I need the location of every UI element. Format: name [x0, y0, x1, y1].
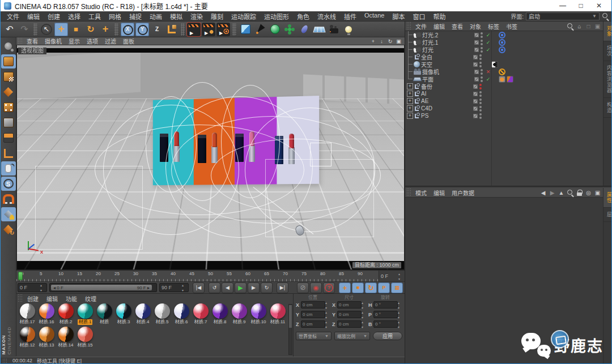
play-button[interactable]: ▶ — [235, 282, 246, 293]
material-preview-sphere[interactable] — [116, 303, 131, 319]
material-item[interactable]: 材质.1 — [75, 303, 95, 326]
layer-chip[interactable] — [474, 48, 479, 52]
lock-workplane-icon[interactable] — [1, 207, 16, 221]
menu-item[interactable]: Octane — [360, 12, 388, 21]
model-mode-icon[interactable] — [1, 54, 16, 68]
key-scale-button[interactable]: ■ — [352, 282, 364, 293]
spline-pen-icon[interactable] — [253, 23, 267, 36]
expand-toggle-icon[interactable] — [407, 76, 413, 82]
material-item[interactable]: 材质.9 — [230, 303, 249, 326]
material-item[interactable]: 材质.16 — [37, 303, 56, 326]
material-item[interactable]: 材质.5 — [152, 303, 172, 326]
previous-frame-button[interactable]: ◀ — [222, 282, 233, 293]
manager-tab[interactable]: 属性 — [604, 188, 612, 208]
material-preview-sphere[interactable] — [20, 303, 35, 319]
axis-mode-icon[interactable] — [1, 146, 16, 160]
grip-handle[interactable] — [18, 37, 22, 45]
live-selection-icon[interactable]: ↖ — [40, 23, 53, 36]
layer-chip[interactable] — [473, 84, 478, 89]
material-preview-sphere[interactable] — [155, 303, 170, 319]
home-icon[interactable]: ⌂ — [576, 23, 583, 30]
enable-toggle[interactable]: ✓ — [485, 76, 491, 82]
stepper-icon[interactable] — [182, 285, 186, 290]
key-rotation-button[interactable]: ↻ — [365, 282, 377, 293]
material-item[interactable]: 材质.11 — [268, 303, 287, 326]
menu-item[interactable]: 工具 — [84, 12, 105, 21]
object-menu-item[interactable]: 标签 — [484, 22, 503, 31]
attribute-menu-item[interactable]: 用户数据 — [448, 189, 478, 197]
material-preview-sphere[interactable] — [232, 303, 247, 319]
subdivision-surface-icon[interactable] — [268, 23, 282, 36]
menu-item[interactable]: 脚本 — [388, 12, 409, 21]
stepper-icon[interactable] — [325, 322, 330, 327]
material-item[interactable]: 材质.12 — [18, 327, 37, 349]
visibility-dots[interactable] — [479, 106, 482, 112]
object-row[interactable]: + AE — [405, 97, 603, 105]
object-name[interactable]: AI — [421, 91, 473, 97]
viewport-menu-item[interactable]: 查看 — [23, 37, 41, 45]
visibility-dots[interactable] — [481, 69, 483, 75]
attribute-menu-item[interactable]: 编辑 — [430, 189, 448, 197]
material-preview-sphere[interactable] — [78, 303, 93, 319]
value-input[interactable]: 0 cm — [337, 301, 362, 309]
edges-mode-icon[interactable] — [1, 115, 16, 130]
grip-handle[interactable] — [406, 22, 411, 31]
viewport-canvas[interactable]: 透视视图 目标距离 : 1000 cm X — [17, 45, 404, 269]
goto-end-button[interactable]: ▶| — [277, 282, 288, 293]
material-item[interactable]: 材质.3 — [114, 303, 133, 326]
material-item[interactable]: 材质.13 — [37, 327, 56, 349]
visibility-dots[interactable] — [481, 76, 483, 82]
pan-view-icon[interactable]: + — [369, 38, 377, 44]
visibility-dots[interactable] — [481, 40, 483, 45]
stepper-icon[interactable] — [40, 285, 45, 290]
rotate-tool-icon[interactable]: ↻ — [84, 23, 97, 36]
object-tag-icon[interactable] — [507, 76, 513, 83]
expand-toggle-icon[interactable]: + — [407, 98, 413, 104]
viewport-menu-item[interactable]: 显示 — [65, 37, 83, 45]
lock-y-axis-icon[interactable]: Y — [135, 23, 149, 36]
timeline-ruler[interactable]: 051015202530354045505560657075808590 0 F — [16, 270, 405, 281]
material-preview-sphere[interactable] — [212, 303, 228, 319]
menu-item[interactable]: 插件 — [340, 12, 360, 21]
material-preview-sphere[interactable] — [193, 303, 209, 319]
layer-chip[interactable] — [473, 99, 478, 104]
viewport[interactable]: 查看摄像机显示选项过滤面板 +↓↻▣ — [16, 37, 405, 270]
object-tag-icon[interactable] — [499, 76, 505, 83]
material-preview-sphere[interactable] — [58, 327, 74, 342]
object-tag-icon[interactable] — [499, 39, 505, 46]
material-preview-sphere[interactable] — [97, 303, 112, 319]
frame-spinner[interactable]: 0 F — [379, 271, 405, 281]
stepper-icon[interactable] — [398, 273, 403, 279]
stepper-icon[interactable] — [362, 302, 366, 308]
planar-workplane-icon[interactable] — [1, 222, 16, 237]
end-frame-field[interactable]: 90 F — [159, 283, 189, 292]
material-preview-sphere[interactable] — [58, 303, 74, 319]
menu-item[interactable]: 运动跟踪 — [227, 12, 260, 21]
visibility-dots[interactable] — [481, 47, 483, 53]
object-menu-item[interactable]: 编辑 — [430, 22, 448, 31]
autokey-button[interactable]: ◉ — [310, 282, 322, 293]
light-icon[interactable] — [342, 23, 355, 36]
menu-item[interactable]: 创建 — [44, 12, 64, 21]
stepper-icon[interactable] — [398, 322, 402, 327]
object-menu-item[interactable]: 查看 — [448, 22, 466, 31]
last-used-tool-icon[interactable]: + — [99, 23, 112, 36]
deformer-icon[interactable] — [298, 23, 311, 36]
camera-icon[interactable] — [327, 23, 341, 36]
polygons-mode-icon[interactable] — [1, 131, 16, 145]
minimize-panel-icon[interactable]: □ — [585, 23, 592, 30]
menu-item[interactable]: 文件 — [3, 12, 23, 21]
visibility-dots[interactable] — [481, 32, 483, 38]
layer-chip[interactable] — [473, 55, 478, 59]
viewport-menu-item[interactable]: 摄像机 — [41, 37, 65, 45]
up-icon[interactable]: ▲ — [558, 189, 565, 196]
visibility-dots[interactable] — [479, 54, 482, 60]
menu-item[interactable]: 渲染 — [186, 12, 207, 21]
menu-item[interactable]: 流水线 — [313, 12, 340, 21]
manager-tab[interactable]: 层 — [604, 208, 612, 222]
scrollbar[interactable] — [288, 304, 292, 355]
forward-icon[interactable]: ▶ — [549, 189, 556, 196]
record-keyframe-button[interactable]: ⊘ — [297, 282, 309, 293]
scale-tool-icon[interactable]: ■ — [69, 23, 83, 36]
gear-icon[interactable]: ◎ — [585, 189, 592, 196]
